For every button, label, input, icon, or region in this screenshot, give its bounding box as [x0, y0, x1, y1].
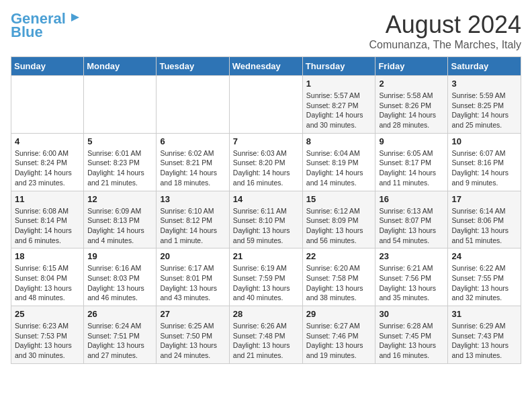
calendar-cell: 3Sunrise: 5:59 AMSunset: 8:25 PMDaylight…	[448, 76, 521, 134]
calendar-cell: 22Sunrise: 6:20 AMSunset: 7:58 PMDayligh…	[302, 248, 375, 306]
cell-content: Sunrise: 6:14 AMSunset: 8:06 PMDaylight:…	[451, 206, 517, 246]
calendar-cell: 20Sunrise: 6:17 AMSunset: 8:01 PMDayligh…	[157, 248, 229, 306]
col-header-saturday: Saturday	[448, 57, 521, 76]
day-number: 11	[15, 194, 80, 204]
day-number: 7	[233, 136, 299, 146]
cell-content: Sunrise: 6:25 AMSunset: 7:50 PMDaylight:…	[160, 321, 225, 361]
cell-content: Sunrise: 6:27 AMSunset: 7:46 PMDaylight:…	[306, 321, 372, 361]
cell-content: Sunrise: 6:05 AMSunset: 8:17 PMDaylight:…	[379, 148, 444, 188]
day-number: 24	[451, 251, 517, 261]
logo-bird-icon	[66, 12, 79, 26]
cell-content: Sunrise: 6:01 AMSunset: 8:23 PMDaylight:…	[87, 148, 152, 188]
calendar-cell: 24Sunrise: 6:22 AMSunset: 7:55 PMDayligh…	[448, 248, 521, 306]
cell-content: Sunrise: 6:00 AMSunset: 8:24 PMDaylight:…	[15, 148, 80, 188]
calendar-cell: 7Sunrise: 6:03 AMSunset: 8:20 PMDaylight…	[229, 133, 302, 191]
calendar-table: SundayMondayTuesdayWednesdayThursdayFrid…	[11, 56, 521, 364]
day-number: 2	[379, 79, 444, 89]
calendar-cell: 26Sunrise: 6:24 AMSunset: 7:51 PMDayligh…	[84, 306, 157, 364]
cell-content: Sunrise: 6:04 AMSunset: 8:19 PMDaylight:…	[306, 148, 372, 188]
col-header-monday: Monday	[84, 57, 157, 76]
calendar-cell: 1Sunrise: 5:57 AMSunset: 8:27 PMDaylight…	[302, 76, 375, 134]
calendar-cell	[229, 76, 302, 134]
calendar-cell: 17Sunrise: 6:14 AMSunset: 8:06 PMDayligh…	[448, 191, 521, 248]
day-number: 9	[379, 136, 444, 146]
day-number: 26	[87, 309, 152, 319]
cell-content: Sunrise: 6:24 AMSunset: 7:51 PMDaylight:…	[87, 321, 152, 361]
cell-content: Sunrise: 6:10 AMSunset: 8:12 PMDaylight:…	[160, 206, 225, 246]
day-number: 3	[451, 79, 517, 89]
day-number: 22	[306, 251, 372, 261]
calendar-header-row: SundayMondayTuesdayWednesdayThursdayFrid…	[11, 57, 521, 76]
day-number: 23	[379, 251, 444, 261]
calendar-cell: 27Sunrise: 6:25 AMSunset: 7:50 PMDayligh…	[157, 306, 229, 364]
calendar-cell: 13Sunrise: 6:10 AMSunset: 8:12 PMDayligh…	[157, 191, 229, 248]
calendar-cell: 16Sunrise: 6:13 AMSunset: 8:07 PMDayligh…	[375, 191, 448, 248]
cell-content: Sunrise: 6:15 AMSunset: 8:04 PMDaylight:…	[15, 263, 80, 303]
calendar-cell: 25Sunrise: 6:23 AMSunset: 7:53 PMDayligh…	[11, 306, 84, 364]
cell-content: Sunrise: 6:22 AMSunset: 7:55 PMDaylight:…	[451, 263, 517, 303]
day-number: 31	[451, 309, 517, 319]
cell-content: Sunrise: 5:58 AMSunset: 8:26 PMDaylight:…	[379, 91, 444, 130]
day-number: 17	[451, 194, 517, 204]
calendar-cell: 4Sunrise: 6:00 AMSunset: 8:24 PMDaylight…	[11, 133, 84, 191]
day-number: 8	[306, 136, 372, 146]
cell-content: Sunrise: 5:57 AMSunset: 8:27 PMDaylight:…	[306, 91, 372, 130]
cell-content: Sunrise: 6:17 AMSunset: 8:01 PMDaylight:…	[160, 263, 225, 303]
cell-content: Sunrise: 6:19 AMSunset: 7:59 PMDaylight:…	[233, 263, 299, 303]
cell-content: Sunrise: 6:23 AMSunset: 7:53 PMDaylight:…	[15, 321, 80, 361]
calendar-cell: 15Sunrise: 6:12 AMSunset: 8:09 PMDayligh…	[302, 191, 375, 248]
cell-content: Sunrise: 6:08 AMSunset: 8:14 PMDaylight:…	[15, 206, 80, 246]
cell-content: Sunrise: 6:20 AMSunset: 7:58 PMDaylight:…	[306, 263, 372, 303]
day-number: 30	[379, 309, 444, 319]
day-number: 25	[15, 309, 80, 319]
day-number: 15	[306, 194, 372, 204]
calendar-cell: 14Sunrise: 6:11 AMSunset: 8:10 PMDayligh…	[229, 191, 302, 248]
cell-content: Sunrise: 6:21 AMSunset: 7:56 PMDaylight:…	[379, 263, 444, 303]
calendar-cell: 29Sunrise: 6:27 AMSunset: 7:46 PMDayligh…	[302, 306, 375, 364]
calendar-cell	[84, 76, 157, 134]
cell-content: Sunrise: 6:26 AMSunset: 7:48 PMDaylight:…	[233, 321, 299, 361]
calendar-cell: 18Sunrise: 6:15 AMSunset: 8:04 PMDayligh…	[11, 248, 84, 306]
day-number: 21	[233, 251, 299, 261]
page-header: General Blue August 2024 Comunanza, The …	[11, 11, 521, 51]
calendar-cell	[157, 76, 229, 134]
cell-content: Sunrise: 6:11 AMSunset: 8:10 PMDaylight:…	[233, 206, 299, 246]
cell-content: Sunrise: 6:02 AMSunset: 8:21 PMDaylight:…	[160, 148, 225, 188]
col-header-thursday: Thursday	[302, 57, 375, 76]
day-number: 28	[233, 309, 299, 319]
day-number: 10	[451, 136, 517, 146]
calendar-cell: 12Sunrise: 6:09 AMSunset: 8:13 PMDayligh…	[84, 191, 157, 248]
calendar-cell: 11Sunrise: 6:08 AMSunset: 8:14 PMDayligh…	[11, 191, 84, 248]
day-number: 1	[306, 79, 372, 89]
calendar-week-row: 4Sunrise: 6:00 AMSunset: 8:24 PMDaylight…	[11, 133, 521, 191]
cell-content: Sunrise: 6:12 AMSunset: 8:09 PMDaylight:…	[306, 206, 372, 246]
cell-content: Sunrise: 6:16 AMSunset: 8:03 PMDaylight:…	[87, 263, 152, 303]
calendar-cell: 30Sunrise: 6:28 AMSunset: 7:45 PMDayligh…	[375, 306, 448, 364]
calendar-cell: 23Sunrise: 6:21 AMSunset: 7:56 PMDayligh…	[375, 248, 448, 306]
calendar-cell: 8Sunrise: 6:04 AMSunset: 8:19 PMDaylight…	[302, 133, 375, 191]
day-number: 12	[87, 194, 152, 204]
logo-text-blue: Blue	[11, 24, 43, 40]
cell-content: Sunrise: 5:59 AMSunset: 8:25 PMDaylight:…	[451, 91, 517, 130]
calendar-cell: 10Sunrise: 6:07 AMSunset: 8:16 PMDayligh…	[448, 133, 521, 191]
calendar-cell: 28Sunrise: 6:26 AMSunset: 7:48 PMDayligh…	[229, 306, 302, 364]
logo: General Blue	[11, 11, 79, 40]
cell-content: Sunrise: 6:09 AMSunset: 8:13 PMDaylight:…	[87, 206, 152, 246]
calendar-cell	[11, 76, 84, 134]
col-header-tuesday: Tuesday	[157, 57, 229, 76]
day-number: 6	[160, 136, 225, 146]
calendar-week-row: 18Sunrise: 6:15 AMSunset: 8:04 PMDayligh…	[11, 248, 521, 306]
day-number: 27	[160, 309, 225, 319]
day-number: 14	[233, 194, 299, 204]
subtitle: Comunanza, The Marches, Italy	[369, 39, 521, 51]
col-header-sunday: Sunday	[11, 57, 84, 76]
calendar-week-row: 25Sunrise: 6:23 AMSunset: 7:53 PMDayligh…	[11, 306, 521, 364]
cell-content: Sunrise: 6:07 AMSunset: 8:16 PMDaylight:…	[451, 148, 517, 188]
main-title: August 2024	[369, 11, 521, 39]
day-number: 19	[87, 251, 152, 261]
day-number: 13	[160, 194, 225, 204]
day-number: 16	[379, 194, 444, 204]
calendar-cell: 9Sunrise: 6:05 AMSunset: 8:17 PMDaylight…	[375, 133, 448, 191]
cell-content: Sunrise: 6:13 AMSunset: 8:07 PMDaylight:…	[379, 206, 444, 246]
calendar-cell: 31Sunrise: 6:29 AMSunset: 7:43 PMDayligh…	[448, 306, 521, 364]
